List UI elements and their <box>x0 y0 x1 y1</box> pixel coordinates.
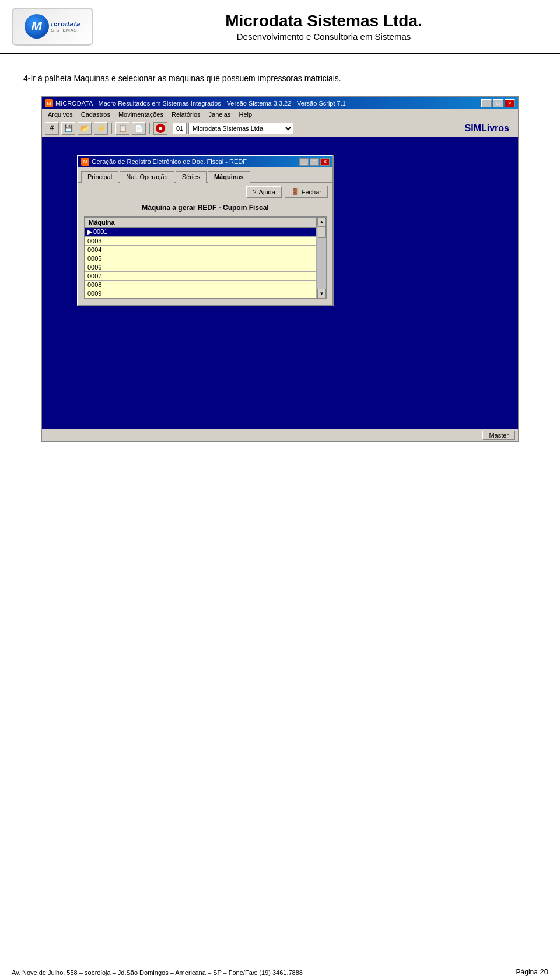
toolbar-separator-1 <box>111 123 112 134</box>
table-row[interactable]: 0009 <box>85 289 317 298</box>
stop-icon: ■ <box>156 124 165 133</box>
tab-maquinas[interactable]: Máquinas <box>208 171 250 183</box>
scroll-up-btn[interactable]: ▲ <box>317 217 326 226</box>
logo-icrodata: icrodata <box>51 20 81 27</box>
machine-cell-0003[interactable]: 0003 <box>85 237 317 246</box>
combo-number-input[interactable] <box>173 123 187 134</box>
machine-cell-0008[interactable]: 0008 <box>85 281 317 289</box>
fechar-button[interactable]: 🚪 Fechar <box>285 186 328 198</box>
company-select[interactable]: Microdata Sistemas Ltda. <box>188 123 293 134</box>
maximize-button[interactable]: □ <box>493 99 503 107</box>
table-row[interactable]: 0004 <box>85 246 317 254</box>
table-row[interactable]: 0006 <box>85 263 317 272</box>
toolbar-paste-btn[interactable]: 📄 <box>132 122 146 135</box>
logo-sistemas-text: SISTEMAS <box>51 27 81 33</box>
machine-cell-0006[interactable]: 0006 <box>85 263 317 272</box>
step-instruction: 4-Ir à palheta Maquinas e selecionar as … <box>23 72 537 85</box>
dialog-close-btn[interactable]: ✕ <box>320 158 330 166</box>
minimize-button[interactable]: _ <box>481 99 492 107</box>
window-title: MICRODATA - Macro Resultados em Sistemas… <box>55 100 346 107</box>
menu-help[interactable]: Help <box>235 110 256 118</box>
toolbar: 🖨 💾 📂 ⚡ 📋 📄 ■ Microdata Sistemas Ltda. S… <box>42 120 518 137</box>
dialog-minimize-btn[interactable]: _ <box>299 158 309 166</box>
scroll-down-btn[interactable]: ▼ <box>317 289 326 298</box>
tab-nat-operacao[interactable]: Nat. Operação <box>120 171 174 183</box>
toolbar-separator-2 <box>149 123 150 134</box>
toolbar-copy-btn[interactable]: 📋 <box>116 122 130 135</box>
machine-cell-0001[interactable]: 0001 <box>85 228 317 237</box>
vertical-scrollbar[interactable]: ▲ ▼ <box>317 217 326 298</box>
window-body: M Geração de Registro Eletrônico de Doc.… <box>42 137 518 429</box>
close-button[interactable]: ✕ <box>505 99 515 107</box>
logo-box: M icrodata SISTEMAS <box>12 8 93 46</box>
menu-cadastros[interactable]: Cadastros <box>78 110 114 118</box>
company-subtitle: Desenvolvimento e Consultoria em Sistema… <box>99 32 548 41</box>
page-label: Página <box>516 968 538 976</box>
logo-circle: M <box>24 14 49 39</box>
company-title: Microdata Sistemas Ltda. <box>99 12 548 30</box>
machine-table-container: Máquina 0001 0003 <box>84 216 327 299</box>
toolbar-open-btn[interactable]: 📂 <box>78 122 92 135</box>
redf-dialog: M Geração de Registro Eletrônico de Doc.… <box>77 155 334 306</box>
toolbar-lightning-btn[interactable]: ⚡ <box>94 122 108 135</box>
dialog-titlebar: M Geração de Registro Eletrônico de Doc.… <box>78 156 332 167</box>
machine-cell-0009[interactable]: 0009 <box>85 289 317 298</box>
toolbar-stop-btn[interactable]: ■ <box>153 122 167 135</box>
machine-cell-0005[interactable]: 0005 <box>85 254 317 263</box>
page-number: 20 <box>540 967 548 976</box>
help-icon: ? <box>253 188 256 195</box>
toolbar-print-btn[interactable]: 🖨 <box>45 122 59 135</box>
header-title-area: Microdata Sistemas Ltda. Desenvolvimento… <box>99 12 548 41</box>
page-footer: Av. Nove de Julho, 558 – sobreloja – Jd.… <box>0 964 560 979</box>
app-icon: M <box>45 99 53 107</box>
window-statusbar: Master <box>42 429 518 441</box>
windows-app-screenshot: M MICRODATA - Macro Resultados em Sistem… <box>41 96 519 442</box>
toolbar-save-btn[interactable]: 💾 <box>61 122 75 135</box>
footer-address: Av. Nove de Julho, 558 – sobreloja – Jd.… <box>12 969 303 976</box>
table-row[interactable]: 0007 <box>85 272 317 281</box>
table-row[interactable]: 0005 <box>85 254 317 263</box>
scrollbar-track <box>317 226 326 289</box>
table-row[interactable]: 0008 <box>85 281 317 289</box>
footer-page: Página 20 <box>516 967 548 976</box>
logo-m-letter: M <box>31 19 41 34</box>
dialog-tabs: Principal Nat. Operação Séries Máquinas <box>78 167 332 183</box>
main-content: 4-Ir à palheta Maquinas e selecionar as … <box>0 54 560 454</box>
dialog-content: Máquina a gerar REDF - Cupom Fiscal Máqu… <box>78 201 332 305</box>
dialog-title: Geração de Registro Eletrônico de Doc. F… <box>92 158 247 165</box>
menu-movimentacoes[interactable]: Movimentações <box>115 110 167 118</box>
menu-relatorios[interactable]: Relatórios <box>168 110 204 118</box>
status-master: Master <box>482 431 515 440</box>
window-controls[interactable]: _ □ ✕ <box>481 99 515 107</box>
logo-right-text: icrodata SISTEMAS <box>51 20 81 33</box>
table-row[interactable]: 0001 <box>85 228 317 237</box>
machine-table: Máquina 0001 0003 <box>85 217 317 298</box>
dialog-title-left: M Geração de Registro Eletrônico de Doc.… <box>81 158 247 166</box>
dialog-heading: Máquina a gerar REDF - Cupom Fiscal <box>84 204 327 212</box>
toolbar-combo: Microdata Sistemas Ltda. <box>173 123 293 134</box>
machine-column-header: Máquina <box>85 218 317 228</box>
table-row[interactable]: 0003 <box>85 237 317 246</box>
close-icon: 🚪 <box>291 188 299 195</box>
logo-area: M icrodata SISTEMAS <box>6 6 99 47</box>
scrollbar-thumb[interactable] <box>318 226 326 238</box>
tab-principal[interactable]: Principal <box>81 171 118 183</box>
window-titlebar: M MICRODATA - Macro Resultados em Sistem… <box>42 97 518 109</box>
tab-series[interactable]: Séries <box>176 171 206 183</box>
page-header: M icrodata SISTEMAS Microdata Sistemas L… <box>0 0 560 54</box>
menu-arquivos[interactable]: Arquivos <box>44 110 76 118</box>
dialog-maximize-btn[interactable]: □ <box>310 158 319 166</box>
menu-janelas[interactable]: Janelas <box>205 110 235 118</box>
menu-bar: Arquivos Cadastros Movimentações Relatór… <box>42 109 518 120</box>
dialog-toolbar: ? Ajuda 🚪 Fechar <box>78 183 332 201</box>
titlebar-left: M MICRODATA - Macro Resultados em Sistem… <box>45 99 346 107</box>
help-button[interactable]: ? Ajuda <box>246 186 281 198</box>
machine-cell-0004[interactable]: 0004 <box>85 246 317 254</box>
help-label: Ajuda <box>259 188 275 195</box>
dialog-controls[interactable]: _ □ ✕ <box>299 158 330 166</box>
fechar-label: Fechar <box>302 188 321 195</box>
machine-cell-0007[interactable]: 0007 <box>85 272 317 281</box>
dialog-app-icon: M <box>81 158 89 166</box>
simlivros-brand: SIMLivros <box>465 123 515 134</box>
